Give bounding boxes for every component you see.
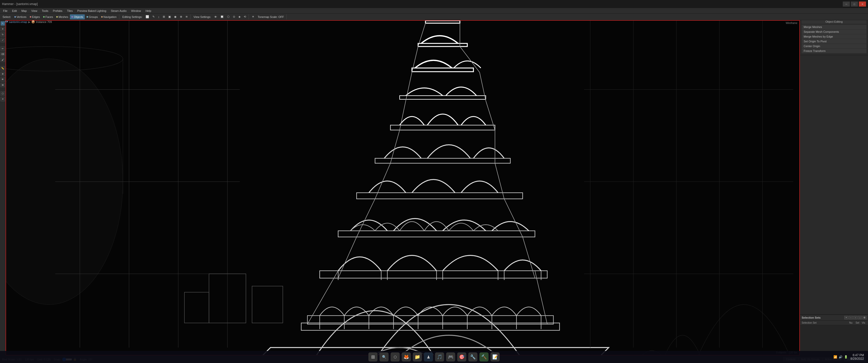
explorer-icon[interactable]: 📁	[413, 353, 422, 362]
breadcrumb-instance: Instance 709	[36, 21, 52, 24]
right-panel: Tool Properties Object Editing Merge Mes…	[800, 13, 868, 356]
view-btn-6[interactable]: ⟲	[242, 14, 248, 20]
menu-bar: File Edit Map View Tools Prefabs Tiles P…	[0, 8, 868, 13]
view-btn-1[interactable]: 👁	[213, 14, 218, 20]
view-btn-5[interactable]: ◈	[237, 14, 242, 20]
notepad-icon[interactable]: 📝	[491, 353, 500, 362]
editing-btn-2[interactable]: ✎	[151, 14, 156, 20]
selection-sets-title: Selection Sets	[802, 316, 820, 319]
editing-btn-3[interactable]: ↕	[156, 14, 161, 20]
window-title: Hammer - [santorini.vmap]	[2, 2, 38, 6]
minimize-button[interactable]: ─	[843, 1, 850, 6]
left-sidebar-tools: ↖ ✛ ↻ ⤢ ✏ ⌫ 🖌 📏 ⊕ 👁 ⊞ ⬡ ☀	[0, 13, 5, 356]
view-btn-3[interactable]: ⬡	[225, 14, 231, 20]
select-group: Select: Vertices Edges Faces Meshes Obje…	[1, 14, 119, 20]
tonemap-icon: ☀	[250, 14, 256, 20]
tool-magnet[interactable]: ⊕	[0, 72, 5, 76]
tonemap-label: Tonemap Scale: OFF	[256, 14, 285, 20]
view-btn-2[interactable]: 🔲	[219, 14, 225, 20]
taskbar-clock: 6:47 PM 8/29/2022	[850, 354, 864, 361]
ss-settings-btn[interactable]: ⚙	[863, 316, 867, 319]
merge-meshes-edge-btn[interactable]: Merge Meshes by Edge	[802, 34, 867, 39]
ss-remove-btn[interactable]: -	[849, 316, 853, 319]
breadcrumb-file[interactable]: santorini.vmap	[9, 21, 27, 24]
menu-tiles[interactable]: Tiles	[65, 8, 75, 13]
view-btn-4[interactable]: ⊙	[231, 14, 237, 20]
menu-help[interactable]: Help	[144, 8, 153, 13]
game1-icon[interactable]: 🎮	[446, 353, 455, 362]
merge-meshes-btn[interactable]: Merge Meshes	[802, 25, 867, 30]
editing-btn-8[interactable]: ≋	[184, 14, 189, 20]
ss-down-btn[interactable]: ↓	[858, 316, 862, 319]
viewport-label: Wireframe	[786, 22, 797, 25]
clock-date: 8/29/2022	[850, 357, 864, 361]
ss-up-btn[interactable]: ↑	[854, 316, 858, 319]
tool-rotate[interactable]: ↻	[0, 32, 5, 37]
tool-eraser[interactable]: ⌫	[0, 52, 5, 57]
ss-col-sel: Sel	[855, 321, 861, 324]
tool-light[interactable]: ☀	[0, 97, 5, 101]
maximize-button[interactable]: □	[851, 1, 858, 6]
menu-view[interactable]: View	[29, 8, 39, 13]
system-tray: 📶 🔊 🔋	[833, 355, 848, 359]
search-taskbar[interactable]: 🔍	[379, 353, 389, 362]
center-origin-btn[interactable]: Center Origin	[802, 44, 867, 48]
tool-pen[interactable]: ✏	[0, 46, 5, 51]
ss-col-nu: Nu	[847, 321, 855, 324]
hammer-icon[interactable]: 🔨	[479, 353, 489, 362]
editing-settings-label: Editing Settings:	[121, 14, 144, 20]
tool-paint[interactable]: 🖌	[0, 58, 5, 62]
tool-scale[interactable]: ⤢	[0, 38, 5, 42]
taskview-btn[interactable]: ⬡	[391, 353, 400, 362]
menu-file[interactable]: File	[1, 8, 9, 13]
separate-mesh-btn[interactable]: Separate Mesh Components	[802, 30, 867, 34]
tonemap-group: ☀ Tonemap Scale: OFF	[250, 14, 287, 20]
tool-eye[interactable]: 👁	[0, 77, 5, 82]
faces-tool[interactable]: Faces	[42, 14, 55, 20]
clock-time: 6:47 PM	[850, 354, 864, 357]
firefox-icon[interactable]: 🦊	[402, 353, 411, 362]
tool-properties-main-area	[800, 55, 868, 315]
selection-sets-columns: Selection Set Nu Sel Vis	[800, 321, 868, 325]
menu-steam-audio[interactable]: Steam Audio	[109, 8, 128, 13]
meshes-tool[interactable]: Meshes	[55, 14, 70, 20]
tool-measure[interactable]: 📏	[0, 66, 5, 71]
music-icon[interactable]: 🎵	[435, 353, 444, 362]
editing-btn-4[interactable]: ⊞	[161, 14, 166, 20]
groups-tool[interactable]: Groups	[85, 14, 99, 20]
windows-taskbar: ⊞ 🔍 ⬡ 🦊 📁 ♟ 🎵 🎮 🎯 🔧 🔨 📝 📶 🔊 🔋 6:47 PM 8/…	[0, 351, 868, 363]
menu-tools[interactable]: Tools	[40, 8, 51, 13]
set-origin-pivot-btn[interactable]: Set Origin To Pivot	[802, 39, 867, 44]
menu-map[interactable]: Map	[20, 8, 29, 13]
vertices-tool[interactable]: Vertices	[13, 14, 28, 20]
start-button[interactable]: ⊞	[368, 353, 377, 362]
menu-window[interactable]: Window	[129, 8, 143, 13]
menu-prefabs[interactable]: Prefabs	[51, 8, 64, 13]
svg-rect-0	[6, 21, 799, 355]
edges-tool[interactable]: Edges	[28, 14, 41, 20]
editing-settings-group: Editing Settings: ⬜ ✎ ↕ ⊞ ▣ ◉ ⊕ ≋	[121, 14, 190, 20]
game3-icon[interactable]: 🔧	[468, 353, 477, 362]
freeze-transform-btn[interactable]: Freeze Transform	[802, 48, 867, 54]
editing-btn-6[interactable]: ◉	[173, 14, 178, 20]
ss-add-btn[interactable]: +	[844, 316, 848, 319]
close-button[interactable]: ✕	[859, 1, 866, 6]
view-settings-group: View Settings: 👁 🔲 ⬡ ⊙ ◈ ⟲	[192, 14, 249, 20]
wireframe-view	[6, 21, 799, 355]
main-viewport[interactable]: Wireframe	[5, 20, 800, 356]
editing-btn-7[interactable]: ⊕	[178, 14, 184, 20]
editing-btn-1[interactable]: ⬜	[144, 14, 151, 20]
navigation-tool[interactable]: Navigation	[100, 14, 118, 20]
tool-brush[interactable]: ⬡	[0, 91, 5, 96]
tool-move[interactable]: ✛	[0, 27, 5, 31]
menu-preview-baked[interactable]: Preview Baked Lighting	[75, 8, 108, 13]
menu-edit[interactable]: Edit	[10, 8, 19, 13]
objects-tool[interactable]: Objects	[70, 14, 85, 20]
game2-icon[interactable]: 🎯	[457, 353, 466, 362]
tool-select[interactable]: ↖	[0, 21, 5, 26]
main-toolbar: Select: Vertices Edges Faces Meshes Obje…	[0, 13, 868, 20]
object-editing-title: Object Editing	[802, 20, 867, 24]
editing-btn-5[interactable]: ▣	[167, 14, 172, 20]
tool-grid[interactable]: ⊞	[0, 83, 5, 87]
steam-icon[interactable]: ♟	[424, 353, 433, 362]
